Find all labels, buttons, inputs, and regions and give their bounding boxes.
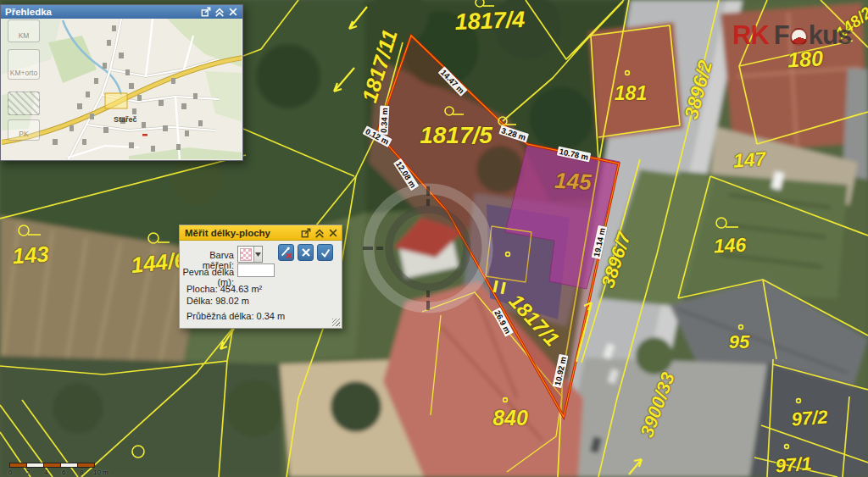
delete-measurement-icon: [280, 246, 293, 259]
measure-panel: Měřit délky-plochy Barva měření:: [179, 225, 342, 329]
close-icon[interactable]: [328, 228, 338, 238]
popout-icon[interactable]: [301, 228, 311, 238]
map-scalebar: 0246810 m: [10, 463, 112, 477]
watermark-rk: RK: [732, 20, 769, 51]
scalebar-tick: 8: [80, 469, 83, 476]
running-length-value: Průběžná délka: 0.34 m: [186, 311, 285, 321]
cancel-icon: [300, 247, 312, 258]
measure-panel-titlebar[interactable]: Měřit délky-plochy: [180, 225, 342, 241]
layer-button-pk[interactable]: PK: [8, 119, 40, 141]
overview-panel-title: Přehledka: [5, 7, 52, 17]
overview-panel: Přehledka: [0, 4, 243, 161]
scalebar-ticks: 0246810 m: [10, 468, 112, 476]
scalebar-tick: 6: [62, 469, 65, 476]
area-value: Plocha: 454.63 m²: [186, 284, 262, 294]
scalebar-tick: 2: [26, 469, 30, 476]
layer-button-km-orto[interactable]: KM+orto: [8, 49, 40, 80]
measure-color-select[interactable]: [237, 246, 263, 263]
collapse-icon[interactable]: [214, 7, 225, 17]
collapse-icon[interactable]: [314, 228, 325, 238]
resize-handle[interactable]: [332, 319, 340, 326]
confirm-measure-button[interactable]: [317, 244, 333, 261]
layer-button-hatched[interactable]: [8, 92, 40, 115]
cancel-measure-button[interactable]: [298, 244, 314, 261]
color-swatch: [240, 248, 252, 261]
delete-measurement-button[interactable]: [278, 244, 294, 261]
dropdown-arrow-icon[interactable]: [253, 247, 262, 262]
scalebar-tick: 10 m: [93, 469, 108, 476]
fixed-length-input[interactable]: [237, 263, 275, 277]
overview-map[interactable]: Stařeč KMKM+ortoPK: [2, 19, 242, 159]
scalebar-tick: 4: [44, 469, 47, 476]
fokus-logo-icon: [790, 28, 808, 46]
popout-icon[interactable]: [201, 7, 211, 17]
measure-panel-title: Měřit délky-plochy: [185, 228, 270, 238]
layer-button-km[interactable]: KM: [8, 19, 40, 42]
rk-fokus-watermark: RKFkus: [732, 20, 851, 51]
town-label: Stařeč: [114, 115, 137, 124]
watermark-fokus-kus: kus: [809, 20, 851, 51]
watermark-fokus-f: F: [774, 20, 789, 51]
close-icon[interactable]: [228, 7, 238, 17]
overview-extent-box: [105, 93, 127, 108]
length-value: Délka: 98.02 m: [186, 296, 249, 306]
check-icon: [320, 247, 331, 258]
app-window: 1817/41817/51817/111817/1840143144/61451…: [0, 0, 868, 477]
scalebar-tick: 0: [8, 469, 12, 476]
overview-panel-titlebar[interactable]: Přehledka: [1, 5, 242, 19]
